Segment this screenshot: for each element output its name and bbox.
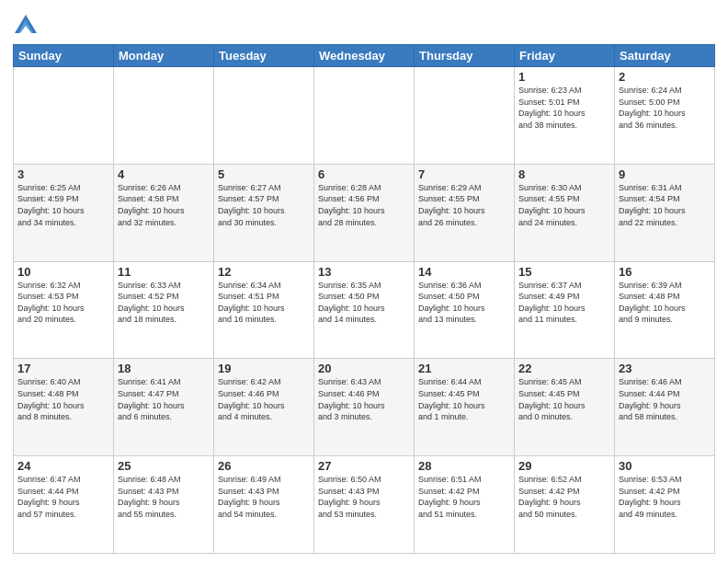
weekday-header-thursday: Thursday [415,45,515,67]
day-number: 12 [218,265,310,279]
day-info: Sunrise: 6:43 AM Sunset: 4:46 PM Dayligh… [318,376,410,422]
day-number: 10 [17,265,109,279]
day-info: Sunrise: 6:37 AM Sunset: 4:49 PM Dayligh… [518,280,610,326]
day-number: 7 [418,167,510,181]
calendar-cell: 27Sunrise: 6:50 AM Sunset: 4:43 PM Dayli… [314,456,415,554]
day-info: Sunrise: 6:35 AM Sunset: 4:50 PM Dayligh… [318,280,410,326]
day-info: Sunrise: 6:34 AM Sunset: 4:51 PM Dayligh… [218,280,310,326]
day-number: 29 [518,459,610,473]
day-number: 1 [518,70,610,84]
calendar-cell [14,67,114,165]
day-number: 8 [518,167,610,181]
calendar-week-row: 17Sunrise: 6:40 AM Sunset: 4:48 PM Dayli… [14,359,715,456]
day-number: 11 [118,265,210,279]
day-number: 30 [619,459,711,473]
calendar-cell [314,67,415,165]
day-info: Sunrise: 6:29 AM Sunset: 4:55 PM Dayligh… [418,182,510,228]
day-info: Sunrise: 6:25 AM Sunset: 4:59 PM Dayligh… [17,182,109,228]
day-number: 4 [118,167,210,181]
day-number: 18 [118,362,210,375]
day-info: Sunrise: 6:30 AM Sunset: 4:55 PM Dayligh… [518,182,610,228]
calendar-cell: 9Sunrise: 6:31 AM Sunset: 4:54 PM Daylig… [615,164,715,261]
day-info: Sunrise: 6:41 AM Sunset: 4:47 PM Dayligh… [118,376,210,422]
calendar-cell: 13Sunrise: 6:35 AM Sunset: 4:50 PM Dayli… [314,261,415,359]
calendar-cell: 11Sunrise: 6:33 AM Sunset: 4:52 PM Dayli… [114,261,214,359]
weekday-header-wednesday: Wednesday [314,45,415,67]
logo [13,13,42,39]
calendar-header: SundayMondayTuesdayWednesdayThursdayFrid… [14,45,715,67]
calendar-cell: 4Sunrise: 6:26 AM Sunset: 4:58 PM Daylig… [114,164,214,261]
calendar-body: 1Sunrise: 6:23 AM Sunset: 5:01 PM Daylig… [14,67,715,554]
calendar-cell: 17Sunrise: 6:40 AM Sunset: 4:48 PM Dayli… [14,359,114,456]
day-info: Sunrise: 6:24 AM Sunset: 5:00 PM Dayligh… [619,85,711,131]
page: SundayMondayTuesdayWednesdayThursdayFrid… [0,0,728,563]
day-info: Sunrise: 6:46 AM Sunset: 4:44 PM Dayligh… [619,376,711,422]
calendar-cell: 22Sunrise: 6:45 AM Sunset: 4:45 PM Dayli… [515,359,615,456]
calendar-cell: 25Sunrise: 6:48 AM Sunset: 4:43 PM Dayli… [114,456,214,554]
day-number: 21 [418,362,510,375]
day-info: Sunrise: 6:27 AM Sunset: 4:57 PM Dayligh… [218,182,310,228]
day-info: Sunrise: 6:42 AM Sunset: 4:46 PM Dayligh… [218,376,310,422]
day-number: 24 [17,459,109,473]
day-number: 15 [518,265,610,279]
weekday-header-saturday: Saturday [615,45,715,67]
calendar-cell: 19Sunrise: 6:42 AM Sunset: 4:46 PM Dayli… [214,359,314,456]
calendar-week-row: 1Sunrise: 6:23 AM Sunset: 5:01 PM Daylig… [14,67,715,165]
day-number: 26 [218,459,310,473]
calendar-cell: 14Sunrise: 6:36 AM Sunset: 4:50 PM Dayli… [415,261,515,359]
day-info: Sunrise: 6:50 AM Sunset: 4:43 PM Dayligh… [318,474,410,520]
weekday-header-sunday: Sunday [14,45,114,67]
day-info: Sunrise: 6:36 AM Sunset: 4:50 PM Dayligh… [418,280,510,326]
calendar-cell: 15Sunrise: 6:37 AM Sunset: 4:49 PM Dayli… [515,261,615,359]
weekday-header-monday: Monday [114,45,214,67]
calendar-cell: 5Sunrise: 6:27 AM Sunset: 4:57 PM Daylig… [214,164,314,261]
day-number: 20 [318,362,410,375]
day-info: Sunrise: 6:33 AM Sunset: 4:52 PM Dayligh… [118,280,210,326]
day-number: 28 [418,459,510,473]
day-number: 3 [17,167,109,181]
calendar-table: SundayMondayTuesdayWednesdayThursdayFrid… [13,44,715,554]
day-info: Sunrise: 6:32 AM Sunset: 4:53 PM Dayligh… [17,280,109,326]
calendar-cell: 3Sunrise: 6:25 AM Sunset: 4:59 PM Daylig… [14,164,114,261]
calendar-cell: 23Sunrise: 6:46 AM Sunset: 4:44 PM Dayli… [615,359,715,456]
calendar-cell: 26Sunrise: 6:49 AM Sunset: 4:43 PM Dayli… [214,456,314,554]
day-info: Sunrise: 6:53 AM Sunset: 4:42 PM Dayligh… [619,474,711,520]
calendar-cell: 16Sunrise: 6:39 AM Sunset: 4:48 PM Dayli… [615,261,715,359]
day-info: Sunrise: 6:23 AM Sunset: 5:01 PM Dayligh… [518,85,610,131]
day-info: Sunrise: 6:40 AM Sunset: 4:48 PM Dayligh… [17,376,109,422]
calendar-cell [415,67,515,165]
calendar-cell: 29Sunrise: 6:52 AM Sunset: 4:42 PM Dayli… [515,456,615,554]
day-info: Sunrise: 6:49 AM Sunset: 4:43 PM Dayligh… [218,474,310,520]
calendar-week-row: 3Sunrise: 6:25 AM Sunset: 4:59 PM Daylig… [14,164,715,261]
day-info: Sunrise: 6:44 AM Sunset: 4:45 PM Dayligh… [418,376,510,422]
calendar-cell: 28Sunrise: 6:51 AM Sunset: 4:42 PM Dayli… [415,456,515,554]
calendar-cell: 18Sunrise: 6:41 AM Sunset: 4:47 PM Dayli… [114,359,214,456]
day-info: Sunrise: 6:39 AM Sunset: 4:48 PM Dayligh… [619,280,711,326]
calendar-cell: 10Sunrise: 6:32 AM Sunset: 4:53 PM Dayli… [14,261,114,359]
calendar-cell: 21Sunrise: 6:44 AM Sunset: 4:45 PM Dayli… [415,359,515,456]
weekday-header-tuesday: Tuesday [214,45,314,67]
day-info: Sunrise: 6:45 AM Sunset: 4:45 PM Dayligh… [518,376,610,422]
day-info: Sunrise: 6:52 AM Sunset: 4:42 PM Dayligh… [518,474,610,520]
day-info: Sunrise: 6:28 AM Sunset: 4:56 PM Dayligh… [318,182,410,228]
day-number: 25 [118,459,210,473]
calendar-cell: 12Sunrise: 6:34 AM Sunset: 4:51 PM Dayli… [214,261,314,359]
day-number: 19 [218,362,310,375]
calendar-cell: 20Sunrise: 6:43 AM Sunset: 4:46 PM Dayli… [314,359,415,456]
calendar-cell: 24Sunrise: 6:47 AM Sunset: 4:44 PM Dayli… [14,456,114,554]
day-number: 16 [619,265,711,279]
day-number: 13 [318,265,410,279]
weekday-header-row: SundayMondayTuesdayWednesdayThursdayFrid… [14,45,715,67]
day-info: Sunrise: 6:47 AM Sunset: 4:44 PM Dayligh… [17,474,109,520]
day-number: 23 [619,362,711,375]
day-info: Sunrise: 6:51 AM Sunset: 4:42 PM Dayligh… [418,474,510,520]
day-number: 22 [518,362,610,375]
day-number: 17 [17,362,109,375]
calendar-cell: 7Sunrise: 6:29 AM Sunset: 4:55 PM Daylig… [415,164,515,261]
day-number: 14 [418,265,510,279]
calendar-cell: 8Sunrise: 6:30 AM Sunset: 4:55 PM Daylig… [515,164,615,261]
day-number: 27 [318,459,410,473]
day-number: 6 [318,167,410,181]
header [13,9,715,39]
calendar-cell [114,67,214,165]
